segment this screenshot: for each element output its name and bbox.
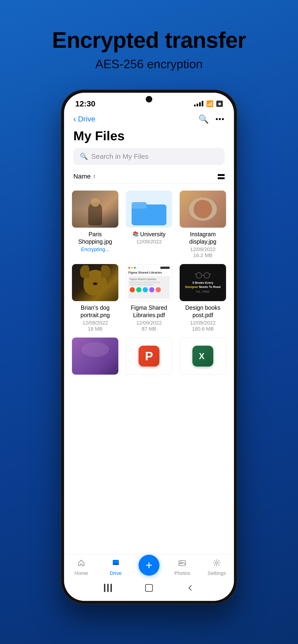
nav-photos[interactable]: Photos — [171, 559, 194, 576]
design-book-line1: 5 Books Every — [192, 281, 213, 284]
file-status: Encrypting... — [81, 246, 109, 252]
file-thumbnail: X — [180, 338, 226, 374]
camera-notch — [146, 96, 152, 102]
figma-icons — [130, 287, 168, 292]
status-icons: 📶 ■ — [194, 100, 223, 107]
recents-icon — [104, 584, 112, 592]
add-icon: + — [146, 559, 152, 571]
file-thumbnail: Figma Shared Libraries Figma Shared Libr… — [126, 264, 172, 301]
svg-text:X: X — [199, 352, 204, 361]
person-head — [91, 198, 100, 207]
file-item[interactable]: Figma Shared Libraries Figma Shared Libr… — [125, 264, 173, 332]
design-content: 5 Books Every Designer Needs To Read VOL… — [180, 264, 226, 301]
figma-icon-4 — [149, 287, 154, 292]
figma-icon-2 — [136, 287, 141, 292]
drive-label: Drive — [110, 570, 122, 576]
svg-rect-11 — [179, 560, 185, 566]
plate-inner — [194, 200, 212, 218]
battery-icon: ■ — [216, 100, 223, 107]
file-item[interactable]: Instagram display.jpg 12/09/2022 16.2 MB — [179, 190, 227, 258]
hero-title: Encrypted transfer — [52, 28, 246, 52]
figma-icon-5 — [156, 287, 161, 292]
nav-actions: 🔍 ••• — [198, 114, 225, 124]
hero-subtitle: AES-256 encryption — [52, 57, 246, 71]
file-item[interactable]: X — [179, 338, 227, 378]
sort-name-label: Name — [73, 173, 91, 180]
nav-header: ‹ Drive 🔍 ••• — [64, 110, 234, 126]
add-button[interactable]: + — [139, 555, 159, 576]
files-grid-container: Paris Shopping.jpg Encrypting... 📚 Unive… — [64, 184, 234, 554]
figma-thumb-inner: Figma Shared Libraries Figma Shared Libr… — [126, 264, 172, 301]
file-thumbnail: P — [126, 338, 172, 374]
sort-label[interactable]: Name ↑ — [73, 173, 96, 180]
file-item[interactable]: 📚 University 12/09/2022 — [125, 190, 173, 258]
file-size: 180.6 MB — [192, 326, 214, 332]
file-item[interactable]: Paris Shopping.jpg Encrypting... — [71, 190, 119, 258]
search-placeholder-text: Search in My Files — [91, 152, 149, 160]
figma-dots — [128, 267, 136, 269]
figma-icon-1 — [130, 287, 135, 292]
wifi-icon: 📶 — [206, 100, 213, 107]
sys-nav-back[interactable] — [183, 584, 197, 592]
file-date: 12/09/2022 — [136, 320, 162, 326]
back-system-icon — [186, 584, 194, 592]
files-grid: Paris Shopping.jpg Encrypting... 📚 Unive… — [71, 190, 227, 378]
nav-home[interactable]: Home — [70, 559, 93, 576]
svg-rect-0 — [218, 174, 225, 176]
drive-icon — [112, 559, 120, 569]
file-thumbnail — [126, 190, 172, 228]
sort-bar: Name ↑ — [64, 170, 234, 183]
figma-dot-green — [134, 267, 136, 269]
file-item[interactable]: P — [125, 338, 173, 378]
file-thumbnail — [72, 338, 118, 374]
file-item[interactable] — [71, 338, 119, 378]
file-thumbnail — [180, 190, 226, 228]
nav-drive[interactable]: Drive — [104, 559, 127, 576]
home-system-icon — [144, 583, 154, 592]
design-book-line2: Designer — [185, 285, 198, 288]
sys-line — [107, 584, 109, 592]
design-book-line3: Needs To Read — [199, 285, 220, 288]
file-thumbnail: 5 Books Every Designer Needs To Read VOL… — [180, 264, 226, 301]
svg-rect-14 — [146, 584, 152, 592]
nav-settings[interactable]: Settings — [205, 559, 228, 576]
file-date: 12/09/2022 — [190, 246, 216, 252]
sys-nav-home[interactable] — [142, 583, 156, 592]
system-nav — [64, 579, 234, 601]
sys-line — [104, 584, 105, 592]
figma-content: Figma Shared Libraries — [128, 276, 170, 298]
more-button[interactable]: ••• — [215, 115, 225, 123]
file-name: Paris Shopping.jpg — [71, 230, 119, 246]
file-name: Instagram display.jpg — [179, 230, 227, 246]
hero-section: Encrypted transfer AES-256 encryption — [52, 28, 246, 71]
file-thumbnail — [72, 264, 118, 301]
person-silhouette — [88, 202, 102, 225]
view-toggle-button[interactable] — [218, 172, 225, 181]
settings-label: Settings — [207, 570, 226, 576]
file-size: 18 MB — [88, 326, 103, 332]
home-label: Home — [75, 570, 88, 576]
sys-line — [111, 584, 112, 592]
svg-rect-1 — [218, 177, 225, 179]
file-date: 12/09/2022 — [190, 320, 216, 326]
svg-line-7 — [195, 274, 196, 275]
home-icon — [77, 559, 85, 569]
back-button[interactable]: ‹ Drive — [73, 114, 95, 124]
folder-emoji: 📚 — [133, 231, 139, 237]
svg-point-5 — [204, 272, 210, 278]
design-book-title: 5 Books Every Designer Needs To Read — [183, 281, 223, 289]
file-item[interactable]: 5 Books Every Designer Needs To Read VOL… — [179, 264, 227, 332]
file-date: 12/09/2022 — [82, 320, 108, 326]
file-name: Design books post.pdf — [179, 304, 227, 319]
phone-mockup: 12:30 📶 ■ ‹ Drive 🔍 ••• My Files — [61, 90, 237, 604]
sys-nav-recents[interactable] — [101, 584, 115, 592]
glasses-icon — [183, 272, 223, 279]
purple-shape — [81, 342, 109, 357]
search-button[interactable]: 🔍 — [198, 114, 209, 124]
file-item[interactable]: Brian's dog portrait.png 12/09/2022 18 M… — [71, 264, 119, 332]
search-bar[interactable]: 🔍 Search in My Files — [73, 148, 225, 165]
phone-screen: 12:30 📶 ■ ‹ Drive 🔍 ••• My Files — [64, 93, 234, 601]
figma-line2 — [130, 284, 153, 285]
excel-icon: X — [192, 346, 213, 366]
figma-dot-yellow — [131, 267, 133, 269]
